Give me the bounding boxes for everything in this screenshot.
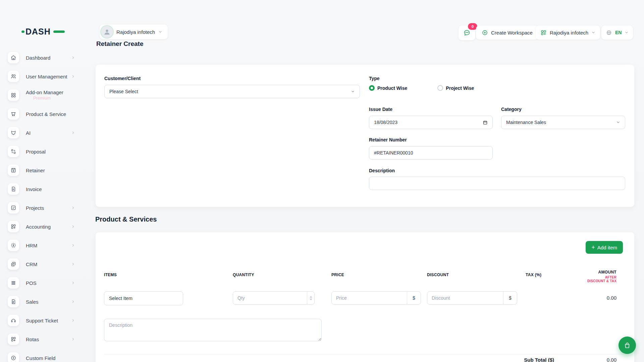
- sidebar-item-product-service[interactable]: Product & Service: [0, 105, 84, 123]
- hrm-scan-icon: [8, 240, 19, 251]
- avatar: [101, 26, 113, 38]
- chevron-right-icon: [71, 243, 75, 247]
- description-label: Description: [369, 168, 395, 173]
- sales-file-icon: [8, 296, 19, 307]
- sidebar-item-pos[interactable]: POS: [0, 274, 84, 292]
- sidebar-item-ai[interactable]: AI: [0, 123, 84, 142]
- subtotal-row: Sub Total ($) 0.00: [104, 357, 626, 362]
- chevron-right-icon: [71, 337, 75, 341]
- premium-tag: Premium: [26, 96, 63, 101]
- row-amount-value: 0.00: [586, 291, 626, 305]
- currency-addon: $: [407, 292, 421, 304]
- sidebar-item-projects[interactable]: Projects: [0, 198, 84, 217]
- category-label: Category: [501, 107, 522, 112]
- select-item-dropdown[interactable]: Select Item: [104, 291, 183, 305]
- plus-circle-icon: [482, 29, 488, 36]
- save-icon: [8, 165, 19, 176]
- sidebar: Dashboard User Management Add-on Manager…: [0, 48, 84, 362]
- radio-product-wise[interactable]: Product Wise: [369, 85, 407, 91]
- sidebar-item-user-management[interactable]: User Management: [0, 67, 84, 86]
- item-row: Select Item $ $ 0.00: [104, 291, 626, 305]
- issue-date-input[interactable]: 18/08/2023: [369, 116, 493, 129]
- dash-logo[interactable]: DASH: [21, 26, 65, 37]
- users-icon: [8, 71, 19, 82]
- col-price: PRICE: [331, 270, 427, 283]
- sidebar-item-dashboard[interactable]: Dashboard: [0, 48, 84, 67]
- chat-icon: [463, 29, 471, 37]
- create-workspace-button[interactable]: Create Workspace: [476, 25, 538, 40]
- sidebar-item-rotas[interactable]: Rotas: [0, 330, 84, 349]
- col-discount: DISCOUNT: [427, 270, 526, 283]
- workspace-user-label: Rajodiya infotech: [116, 29, 155, 35]
- price-field: $: [331, 291, 421, 305]
- messages-button[interactable]: 0: [459, 25, 475, 40]
- dots-grid-icon: [8, 277, 19, 289]
- grid-icon: [8, 89, 19, 101]
- item-description-textarea[interactable]: [104, 319, 322, 341]
- sidebar-item-invoice[interactable]: Invoice: [0, 180, 84, 198]
- globe-icon: [606, 29, 612, 36]
- workspace-user-dropdown[interactable]: Rajodiya infotech: [100, 24, 168, 39]
- radio-selected-icon: [369, 85, 375, 91]
- description-input[interactable]: [369, 177, 625, 190]
- sidebar-item-proposal[interactable]: Proposal: [0, 142, 84, 161]
- subtotal-label: Sub Total ($): [524, 357, 554, 362]
- language-dropdown[interactable]: EN: [601, 25, 633, 40]
- subtotal-divider: [104, 354, 626, 354]
- create-workspace-label: Create Workspace: [491, 30, 533, 36]
- radio-project-wise[interactable]: Project Wise: [437, 85, 474, 91]
- col-items: ITEMS: [104, 270, 233, 283]
- col-amount: AMOUNT AFTER DISCOUNT & TAX: [586, 270, 626, 283]
- sidebar-item-custom-field[interactable]: Custom Field: [0, 349, 84, 362]
- chevron-down-icon: [158, 30, 162, 34]
- chevron-right-icon: [71, 262, 75, 266]
- page-title: Retainer Create: [96, 40, 143, 48]
- shopping-bag-icon: [623, 341, 631, 349]
- cart-fab-button[interactable]: [619, 337, 636, 354]
- products-section-title: Product & Services: [95, 216, 157, 223]
- discount-field: $: [427, 291, 517, 305]
- grid-plus-icon: [8, 334, 19, 345]
- stepper-buttons[interactable]: [307, 292, 314, 304]
- plus-icon: +: [591, 244, 595, 251]
- grid-plus-icon: [8, 221, 19, 232]
- sidebar-item-retainer[interactable]: Retainer: [0, 161, 84, 180]
- workspace-grid-icon: [540, 29, 547, 36]
- invoice-icon: [8, 183, 19, 195]
- type-label: Type: [369, 76, 380, 81]
- chevron-right-icon: [71, 300, 75, 304]
- crm-icon: [8, 258, 19, 270]
- language-label: EN: [615, 30, 622, 35]
- price-input[interactable]: [332, 292, 407, 304]
- add-item-button[interactable]: + Add item: [586, 241, 623, 254]
- discount-input[interactable]: [427, 292, 503, 304]
- dash-logo-icon: DASH: [21, 26, 65, 37]
- chevron-right-icon: [71, 206, 75, 210]
- home-icon: [8, 52, 19, 63]
- workspace-select-dropdown[interactable]: Rajodiya infotech: [536, 25, 600, 40]
- retainer-number-input[interactable]: [369, 146, 493, 160]
- sidebar-item-accounting[interactable]: Accounting: [0, 217, 84, 236]
- category-select[interactable]: Maintenance Sales: [501, 116, 625, 129]
- chevron-down-icon: [591, 31, 595, 35]
- sidebar-item-support-ticket[interactable]: Support Ticket: [0, 311, 84, 330]
- chevron-right-icon: [71, 74, 75, 78]
- chevron-right-icon: [71, 225, 75, 229]
- proposal-icon: [8, 146, 19, 157]
- sidebar-item-crm[interactable]: CRM: [0, 255, 84, 274]
- customer-select[interactable]: Please Select: [104, 85, 360, 98]
- quantity-stepper: [233, 291, 315, 305]
- sidebar-item-hrm[interactable]: HRM: [0, 236, 84, 255]
- retainer-create-page: DASH Rajodiya infotech 0 Create Workspac…: [0, 0, 644, 362]
- qty-input[interactable]: [233, 292, 307, 304]
- svg-text:DASH: DASH: [25, 27, 51, 36]
- sidebar-item-addon-manager[interactable]: Add-on Manager Premium: [0, 86, 84, 105]
- calendar-icon: [483, 120, 488, 125]
- workspace-select-label: Rajodiya infotech: [550, 30, 588, 36]
- currency-addon: $: [503, 292, 517, 304]
- sidebar-item-sales[interactable]: Sales: [0, 292, 84, 311]
- chevron-down-icon: [625, 31, 629, 35]
- radio-unselected-icon: [437, 85, 443, 91]
- chevron-right-icon: [71, 131, 75, 135]
- chevron-down-icon: [351, 89, 355, 94]
